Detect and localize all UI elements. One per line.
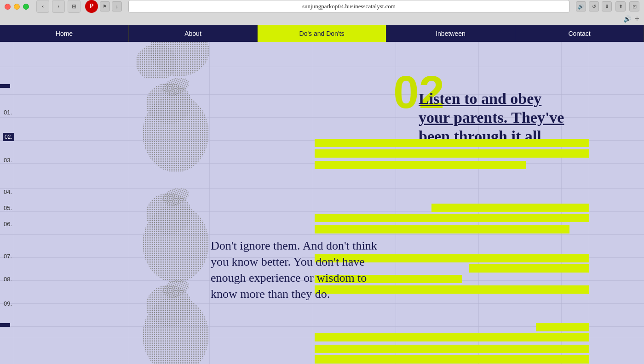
- grid-line-h6: [0, 188, 644, 189]
- url-text: sunjungparkop04.businesscatalyst.com: [302, 3, 396, 10]
- maximize-button[interactable]: [23, 4, 29, 10]
- share-icon[interactable]: ⬆: [615, 1, 626, 11]
- yellow-bar-5: [315, 214, 589, 222]
- grid-line-v7: [561, 25, 562, 364]
- forward-button[interactable]: ›: [52, 0, 65, 13]
- grid-line-v6: [478, 25, 479, 364]
- grid-line-v4: [313, 25, 313, 364]
- download-btn[interactable]: ⬇: [602, 1, 612, 11]
- yellow-bar-4: [431, 204, 589, 212]
- speaker-icon[interactable]: 🔊: [576, 1, 586, 11]
- side-number-08: 08.: [4, 276, 12, 283]
- tabs-icon[interactable]: ⊡: [629, 1, 639, 11]
- yellow-bar-2: [315, 149, 589, 158]
- nav-about[interactable]: About: [129, 25, 258, 42]
- side-number-09: 09.: [4, 300, 12, 307]
- yellow-bar-14: [315, 355, 589, 364]
- nav-contact[interactable]: Contact: [515, 25, 644, 42]
- traffic-lights: [5, 4, 29, 10]
- character-image-3: [130, 188, 213, 291]
- back-button[interactable]: ‹: [36, 0, 49, 13]
- yellow-bar-6: [315, 225, 569, 233]
- side-number-06: 06.: [4, 221, 12, 228]
- close-button[interactable]: [5, 4, 11, 10]
- website-content: Home About Do's and Don'ts Inbetween Con…: [0, 25, 644, 364]
- grid-line-h8: [0, 234, 644, 235]
- address-bar[interactable]: sunjungparkop04.businesscatalyst.com: [128, 0, 569, 13]
- side-number-01: 01.: [4, 109, 12, 116]
- yellow-bar-12: [315, 333, 589, 341]
- grid-line-v1: [14, 25, 14, 364]
- grid-line-h11: [0, 303, 644, 304]
- nav-inbetween[interactable]: Inbetween: [386, 25, 515, 42]
- download-icon[interactable]: ↓: [112, 1, 122, 11]
- pinterest-icon: P: [85, 0, 98, 13]
- grid-line-v8: [589, 25, 589, 364]
- side-number-04: 04.: [4, 188, 12, 195]
- side-number-05: 05.: [4, 205, 12, 211]
- volume-icon[interactable]: 🔊: [623, 15, 631, 23]
- yellow-bar-8: [469, 264, 589, 273]
- bookmark-icon[interactable]: ⚑: [100, 1, 110, 11]
- side-number-07: 07.: [4, 253, 12, 260]
- character-image-4: [130, 280, 213, 364]
- minimize-button[interactable]: [14, 4, 20, 10]
- yellow-bar-13: [315, 345, 589, 353]
- yellow-bar-11: [536, 323, 589, 331]
- site-navigation: Home About Do's and Don'ts Inbetween Con…: [0, 25, 644, 42]
- side-number-03: 03.: [4, 157, 12, 164]
- browser-top-bar: ‹ › ⊞ P ⚑ ↓ sunjungparkop04.businesscata…: [0, 0, 644, 13]
- tab-icon[interactable]: ⊞: [68, 0, 80, 13]
- add-tab-button[interactable]: +: [635, 14, 639, 24]
- rule-headline: Listen to and obey your parents. They've…: [419, 90, 575, 146]
- yellow-bar-3: [315, 161, 526, 169]
- left-accent-1: [0, 84, 10, 88]
- reload-icon[interactable]: ↺: [589, 1, 599, 11]
- nav-dos-donts[interactable]: Do's and Don'ts: [258, 25, 386, 42]
- nav-home[interactable]: Home: [0, 25, 129, 42]
- yellow-bar-1: [315, 139, 589, 147]
- browser-secondary-bar: 🔊 +: [0, 13, 644, 25]
- grid-line-h1: [0, 67, 644, 67]
- left-accent-2: [0, 323, 10, 327]
- side-number-02: 02.: [3, 133, 14, 141]
- character-image-1: [129, 42, 209, 80]
- rule-body-text: Don't ignore them. And don't think you k…: [211, 238, 390, 302]
- character-image-2: [130, 78, 213, 181]
